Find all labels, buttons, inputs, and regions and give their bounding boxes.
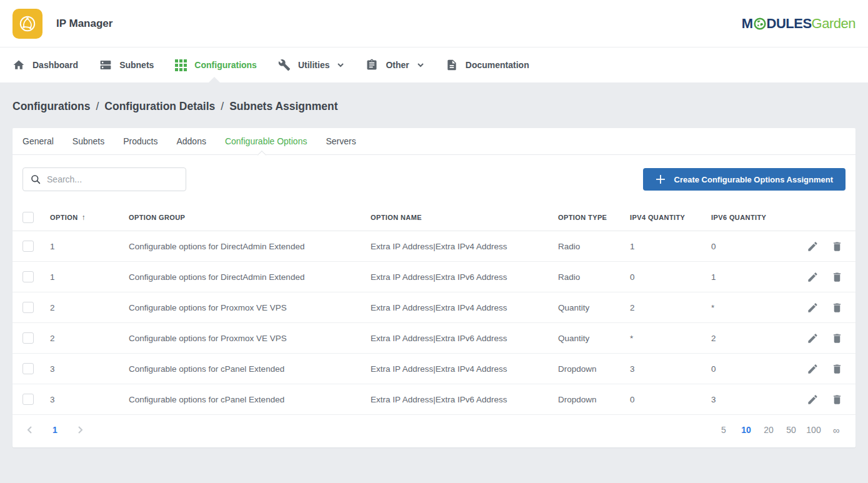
- table-row: 2 Configurable options for Proxmox VE VP…: [12, 323, 856, 354]
- cell-option-name: Extra IP Address|Extra IPv6 Address: [371, 334, 558, 343]
- plus-icon: [656, 174, 666, 184]
- edit-button[interactable]: [807, 363, 819, 375]
- table-row: 1 Configurable options for DirectAdmin E…: [12, 231, 856, 262]
- cell-ipv4-quantity: 2: [630, 303, 711, 312]
- column-header-option-name[interactable]: OPTION NAME: [371, 214, 558, 221]
- pencil-icon: [807, 271, 819, 283]
- toolbar: Create Configurable Options Assignment: [12, 155, 856, 204]
- breadcrumb-item[interactable]: Configuration Details: [104, 100, 215, 112]
- table-header-row: OPTION↑ OPTION GROUP OPTION NAME OPTION …: [12, 204, 856, 231]
- tab-addons[interactable]: Addons: [176, 136, 206, 146]
- nav-item-dashboard[interactable]: Dashboard: [12, 59, 78, 71]
- main-nav: Dashboard Subnets Configurations Utiliti…: [0, 47, 868, 82]
- pencil-icon: [807, 363, 819, 375]
- pencil-icon: [807, 241, 819, 252]
- brand-globe-icon: [754, 17, 766, 30]
- cell-option-type: Radio: [558, 272, 630, 282]
- cell-option-group: Configurable options for Proxmox VE VPS: [129, 303, 371, 312]
- brand-text-garden: Garden: [812, 17, 856, 31]
- tab-servers[interactable]: Servers: [326, 136, 356, 146]
- tab-configurable-options[interactable]: Configurable Options: [225, 136, 307, 146]
- current-page-number[interactable]: 1: [47, 422, 62, 437]
- tab-bar: General Subnets Products Addons Configur…: [12, 128, 856, 155]
- tab-general[interactable]: General: [22, 136, 54, 146]
- column-header-option[interactable]: OPTION↑: [50, 213, 129, 222]
- grid-icon: [175, 59, 187, 71]
- nav-label: Documentation: [466, 60, 529, 70]
- chevron-down-icon: [417, 61, 424, 69]
- column-header-ipv4-quantity[interactable]: IPV4 QUANTITY: [630, 214, 711, 221]
- page-size-10[interactable]: 10: [737, 422, 756, 437]
- cell-option-name: Extra IP Address|Extra IPv6 Address: [371, 272, 558, 282]
- page-size-50[interactable]: 50: [782, 422, 801, 437]
- chevron-left-icon: [26, 426, 34, 434]
- table-row: 2 Configurable options for Proxmox VE VP…: [12, 292, 856, 323]
- table-row: 1 Configurable options for DirectAdmin E…: [12, 262, 856, 292]
- pagination: 1 5 10 20 50 100 ∞: [12, 415, 856, 447]
- cell-ipv6-quantity: 0: [711, 364, 792, 374]
- cell-option-group: Configurable options for DirectAdmin Ext…: [129, 242, 371, 251]
- edit-button[interactable]: [807, 241, 819, 252]
- cell-option: 1: [50, 272, 129, 282]
- search-icon: [31, 174, 41, 185]
- edit-button[interactable]: [807, 271, 819, 283]
- cell-option-type: Quantity: [558, 303, 630, 312]
- page-size-100[interactable]: 100: [804, 422, 823, 437]
- edit-button[interactable]: [807, 394, 819, 406]
- nav-item-configurations[interactable]: Configurations: [175, 59, 257, 71]
- cell-option-group: Configurable options for cPanel Extended: [129, 395, 371, 404]
- breadcrumb-separator: /: [96, 100, 99, 112]
- column-header-ipv6-quantity[interactable]: IPV6 QUANTITY: [711, 214, 792, 221]
- page-controls: 1: [22, 422, 87, 437]
- trash-icon: [831, 363, 843, 375]
- edit-button[interactable]: [807, 302, 819, 314]
- row-checkbox[interactable]: [22, 394, 34, 405]
- chevron-down-icon: [337, 61, 344, 69]
- delete-button[interactable]: [831, 302, 843, 314]
- table-row: 3 Configurable options for cPanel Extend…: [12, 384, 856, 415]
- tab-subnets[interactable]: Subnets: [72, 136, 104, 146]
- row-checkbox[interactable]: [22, 302, 34, 313]
- nav-item-other[interactable]: Other: [366, 59, 424, 71]
- row-checkbox[interactable]: [22, 332, 34, 344]
- nav-label: Other: [386, 60, 409, 70]
- trash-icon: [831, 271, 843, 283]
- subnets-icon: [99, 59, 112, 71]
- page-title: IP Manager: [56, 17, 112, 30]
- select-all-checkbox[interactable]: [22, 212, 34, 223]
- delete-button[interactable]: [831, 241, 843, 252]
- create-configurable-options-assignment-button[interactable]: Create Configurable Options Assignment: [643, 168, 846, 191]
- trash-icon: [831, 241, 843, 252]
- cell-ipv4-quantity: 1: [630, 242, 711, 251]
- edit-button[interactable]: [807, 332, 819, 344]
- delete-button[interactable]: [831, 332, 843, 344]
- delete-button[interactable]: [831, 271, 843, 283]
- search-input[interactable]: [47, 174, 178, 184]
- delete-button[interactable]: [831, 363, 843, 375]
- tab-products[interactable]: Products: [123, 136, 157, 146]
- trash-icon: [831, 332, 843, 344]
- globe-network-icon: [16, 12, 39, 35]
- row-checkbox[interactable]: [22, 363, 34, 374]
- pencil-icon: [807, 302, 819, 314]
- cell-ipv6-quantity: 2: [711, 334, 792, 343]
- delete-button[interactable]: [831, 394, 843, 406]
- column-header-option-type[interactable]: OPTION TYPE: [558, 214, 630, 221]
- row-checkbox[interactable]: [22, 241, 34, 252]
- nav-label: Utilities: [298, 60, 330, 70]
- page-size-5[interactable]: 5: [714, 422, 733, 437]
- nav-label: Subnets: [119, 60, 154, 70]
- previous-page-button[interactable]: [22, 422, 37, 437]
- breadcrumb-separator: /: [221, 100, 224, 112]
- column-header-option-group[interactable]: OPTION GROUP: [129, 214, 371, 221]
- next-page-button[interactable]: [72, 422, 87, 437]
- cell-ipv6-quantity: 1: [711, 272, 792, 282]
- breadcrumb-item[interactable]: Configurations: [12, 100, 90, 112]
- page-size-20[interactable]: 20: [759, 422, 778, 437]
- nav-item-subnets[interactable]: Subnets: [99, 59, 154, 71]
- row-checkbox[interactable]: [22, 271, 34, 282]
- page-size-infinity-icon[interactable]: ∞: [827, 422, 846, 438]
- nav-item-utilities[interactable]: Utilities: [278, 59, 345, 71]
- cell-option-group: Configurable options for DirectAdmin Ext…: [129, 272, 371, 282]
- nav-item-documentation[interactable]: Documentation: [446, 59, 529, 71]
